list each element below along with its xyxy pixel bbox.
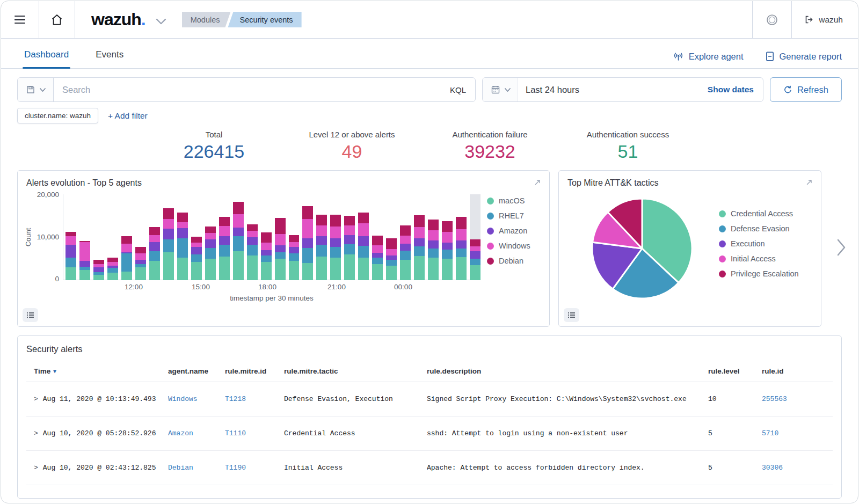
rule-id-link[interactable]: 5710 [762,429,778,437]
bar-segment-debian[interactable] [275,218,286,234]
bar-11[interactable] [219,217,230,280]
bar-segment-debian[interactable] [177,213,188,222]
bar-segment-macos[interactable] [79,270,90,280]
show-dates-button[interactable]: Show dates [708,85,763,94]
bar-28[interactable] [456,217,467,280]
bar-segment-debian[interactable] [191,237,202,243]
bar-3[interactable] [107,258,118,280]
bar-segment-macos[interactable] [470,265,481,280]
bar-segment-macos[interactable] [135,267,146,280]
legend-item-defense-evasion[interactable]: Defense Evasion [719,224,799,233]
home-button[interactable] [39,1,75,38]
saved-queries-button[interactable] [18,78,54,101]
bar-segment-amazon[interactable] [386,255,397,260]
bar-segment-amazon[interactable] [372,253,383,258]
bar-segment-debian[interactable] [316,215,327,225]
bar-segment-amazon[interactable] [205,239,216,248]
bar-segment-amazon[interactable] [163,229,174,239]
bar-segment-amazon[interactable] [233,228,244,237]
bar-segment-amazon[interactable] [65,245,76,258]
expand-panel-icon[interactable] [534,178,542,186]
bar-segment-macos[interactable] [65,267,76,280]
bar-segment-rhel7[interactable] [191,254,202,262]
bar-segment-debian[interactable] [135,247,146,253]
menu-button[interactable] [1,1,39,38]
bar-segment-macos[interactable] [386,266,397,280]
bar-segment-amazon[interactable] [93,267,104,272]
bar-segment-amazon[interactable] [344,235,355,244]
bar-segment-rhel7[interactable] [456,249,467,257]
bar-segment-debian[interactable] [121,236,132,244]
bar-segment-debian[interactable] [358,213,369,224]
bar-13[interactable] [247,224,258,280]
mitre-id-link[interactable]: T1190 [225,464,246,472]
rule-id-link[interactable]: 255563 [762,395,787,403]
bar-segment-rhel7[interactable] [289,253,300,261]
bar-segment-rhel7[interactable] [205,248,216,259]
bar-segment-rhel7[interactable] [163,239,174,252]
bar-segment-rhel7[interactable] [65,258,76,267]
legend-item-amazon[interactable]: Amazon [487,227,530,235]
bar-segment-rhel7[interactable] [302,248,313,263]
table-row[interactable]: >Aug 10, 2020 @ 05:28:52.926AmazonT1110C… [26,417,833,451]
bar-segment-debian[interactable] [414,215,425,227]
bar-segment-windows[interactable] [219,226,230,236]
bar-segment-rhel7[interactable] [330,247,341,258]
bar-segment-amazon[interactable] [414,238,425,246]
bar-segment-macos[interactable] [163,252,174,280]
mitre-id-link[interactable]: T1110 [225,429,246,437]
bar-segment-amazon[interactable] [400,244,411,251]
bar-segment-macos[interactable] [289,261,300,280]
bar-22[interactable] [372,236,383,280]
expand-panel-icon[interactable] [805,178,813,186]
bar-16[interactable] [289,235,300,280]
bar-segment-rhel7[interactable] [358,246,369,258]
bar-segment-debian[interactable] [107,258,118,261]
bar-29[interactable] [470,194,481,280]
bar-segment-windows[interactable] [65,236,76,245]
bar-segment-debian[interactable] [219,217,230,226]
bar-segment-amazon[interactable] [442,243,453,250]
bar-15[interactable] [275,218,286,280]
date-quick-select-button[interactable] [483,78,518,101]
bar-14[interactable] [261,232,272,280]
bar-segment-windows[interactable] [233,214,244,228]
tab-events[interactable]: Events [94,49,125,68]
bar-segment-rhel7[interactable] [107,268,118,273]
bar-segment-debian[interactable] [65,232,76,236]
bar-segment-macos[interactable] [372,264,383,280]
refresh-button[interactable]: Refresh [770,77,842,102]
column-rule-level[interactable]: rule.level [708,367,762,375]
bar-segment-rhel7[interactable] [219,245,230,257]
bar-segment-debian[interactable] [302,206,313,219]
bar-segment-rhel7[interactable] [149,251,160,261]
bar-segment-windows[interactable] [261,243,272,250]
bar-1[interactable] [79,241,90,280]
stat-auth-failure[interactable]: Authentication failure 39232 [421,130,559,162]
bar-segment-windows[interactable] [205,233,216,239]
bar-25[interactable] [414,215,425,280]
bar-segment-windows[interactable] [344,225,355,235]
bar-2[interactable] [93,260,104,280]
table-row[interactable]: >Aug 11, 2020 @ 10:13:49.493WindowsT1218… [26,382,833,417]
bar-segment-amazon[interactable] [219,236,230,245]
bar-segment-macos[interactable] [456,257,467,280]
bar-segment-amazon[interactable] [428,240,439,248]
bar-segment-amazon[interactable] [330,238,341,247]
bar-segment-rhel7[interactable] [442,250,453,259]
bar-segment-debian[interactable] [163,208,174,219]
bar-segment-amazon[interactable] [358,236,369,246]
explore-agent-button[interactable]: Explore agent [673,51,744,62]
bar-8[interactable] [177,213,188,280]
bar-segment-macos[interactable] [149,261,160,280]
agent-link[interactable]: Debian [168,464,193,472]
bar-20[interactable] [344,216,355,280]
bar-segment-windows[interactable] [316,225,327,236]
tab-dashboard[interactable]: Dashboard [23,49,70,68]
legend-item-credential-access[interactable]: Credential Access [719,209,799,218]
legend-item-macos[interactable]: macOS [487,196,530,205]
bar-segment-windows[interactable] [400,236,411,244]
bar-segment-windows[interactable] [149,235,160,242]
bar-segment-debian[interactable] [456,217,467,229]
bar-segment-debian[interactable] [205,227,216,233]
